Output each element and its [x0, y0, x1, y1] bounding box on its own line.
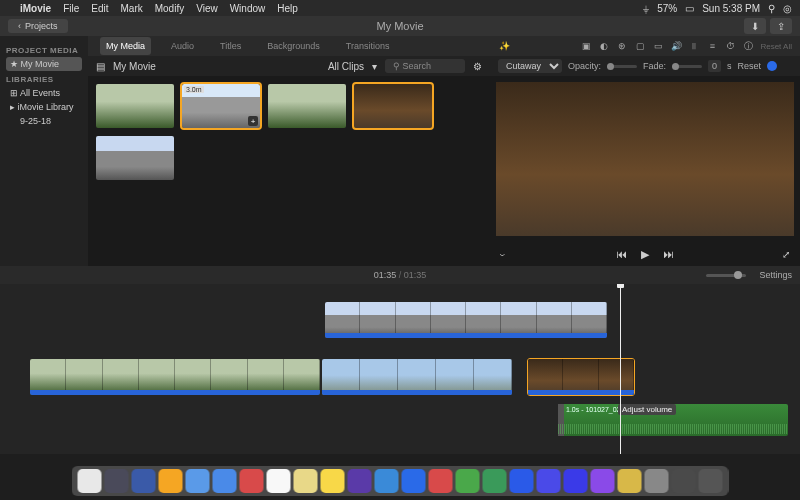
dock-app-icon[interactable] — [186, 469, 210, 493]
clock[interactable]: Sun 5:38 PM — [702, 3, 760, 14]
tab-audio[interactable]: Audio — [165, 37, 200, 55]
fade-slider[interactable] — [672, 65, 702, 68]
next-button[interactable]: ⏭ — [663, 248, 674, 260]
mic-icon[interactable]: ⏑ — [500, 249, 505, 260]
volume-icon[interactable]: 🔊 — [670, 40, 682, 52]
dock-app-icon[interactable] — [429, 469, 453, 493]
magic-wand-icon[interactable]: ✨ — [498, 40, 510, 52]
sidebar-project[interactable]: ★ My Movie — [6, 57, 82, 71]
chevron-left-icon: ‹ — [18, 21, 21, 31]
prev-button[interactable]: ⏮ — [616, 248, 627, 260]
list-icon[interactable]: ▤ — [96, 61, 105, 72]
eq-icon[interactable]: ≡ — [706, 40, 718, 52]
tab-my-media[interactable]: My Media — [100, 37, 151, 55]
app-name[interactable]: iMovie — [20, 3, 51, 14]
tab-backgrounds[interactable]: Backgrounds — [261, 37, 326, 55]
clips-filter[interactable]: All Clips — [328, 61, 364, 72]
timeline-clip-sky[interactable] — [322, 359, 512, 395]
dock-app-icon[interactable] — [645, 469, 669, 493]
overlay-icon[interactable]: ▣ — [580, 40, 592, 52]
sidebar-library[interactable]: ▸ iMovie Library — [6, 100, 82, 114]
siri-icon[interactable]: ◎ — [783, 3, 792, 14]
clip-thumb[interactable] — [354, 84, 432, 128]
noise-icon[interactable]: ⫴ — [688, 40, 700, 52]
back-label: Projects — [25, 21, 58, 31]
dock-app-icon[interactable] — [78, 469, 102, 493]
info-icon[interactable]: ⓘ — [742, 40, 754, 52]
fullscreen-icon[interactable]: ⤢ — [782, 249, 790, 260]
menu-view[interactable]: View — [196, 3, 218, 14]
dock-app-icon[interactable] — [402, 469, 426, 493]
dock-app-icon[interactable] — [456, 469, 480, 493]
overlay-mode-select[interactable]: Cutaway — [498, 59, 562, 73]
dock-app-icon[interactable] — [321, 469, 345, 493]
back-projects-button[interactable]: ‹ Projects — [8, 19, 68, 33]
preview-viewer[interactable] — [496, 82, 794, 236]
fade-value[interactable]: 0 — [708, 60, 721, 72]
dock-app-icon[interactable] — [564, 469, 588, 493]
dock-app-icon[interactable] — [672, 469, 696, 493]
clip-thumb-selected[interactable]: 3.0m + — [182, 84, 260, 128]
sidebar-all-events[interactable]: ⊞ All Events — [6, 86, 82, 100]
fade-label: Fade: — [643, 61, 666, 71]
battery-pct: 57% — [657, 3, 677, 14]
play-button[interactable]: ▶ — [641, 248, 649, 261]
reset-button[interactable]: Reset — [738, 61, 762, 71]
apply-icon[interactable] — [767, 61, 777, 71]
timeline-clip-valley[interactable] — [30, 359, 320, 395]
dock-app-icon[interactable] — [591, 469, 615, 493]
dock-app-icon[interactable] — [294, 469, 318, 493]
sidebar-event-date[interactable]: 9-25-18 — [6, 114, 82, 128]
tab-titles[interactable]: Titles — [214, 37, 247, 55]
clip-thumb[interactable] — [96, 136, 174, 180]
dock-app-icon[interactable] — [699, 469, 723, 493]
color-correct-icon[interactable]: ⊛ — [616, 40, 628, 52]
menu-modify[interactable]: Modify — [155, 3, 184, 14]
timeline-clip-cafe[interactable] — [528, 359, 634, 395]
stabilize-icon[interactable]: ▭ — [652, 40, 664, 52]
sidebar-heading-project: PROJECT MEDIA — [6, 46, 82, 55]
clip-thumb[interactable] — [96, 84, 174, 128]
clip-thumb[interactable] — [268, 84, 346, 128]
menu-edit[interactable]: Edit — [91, 3, 108, 14]
menu-mark[interactable]: Mark — [120, 3, 142, 14]
dock-app-icon[interactable] — [240, 469, 264, 493]
opacity-slider[interactable] — [607, 65, 637, 68]
dock-app-icon[interactable] — [483, 469, 507, 493]
search-icon[interactable]: ⚲ — [768, 3, 775, 14]
menu-help[interactable]: Help — [277, 3, 298, 14]
dock-app-icon[interactable] — [375, 469, 399, 493]
add-clip-icon[interactable]: + — [248, 116, 258, 126]
reset-all[interactable]: Reset All — [760, 42, 792, 51]
dock-app-icon[interactable] — [618, 469, 642, 493]
timeline-clip-overlay[interactable] — [325, 302, 607, 338]
dock-app-icon[interactable] — [537, 469, 561, 493]
dock-app-icon[interactable] — [267, 469, 291, 493]
dock-app-icon[interactable] — [510, 469, 534, 493]
dock-app-icon[interactable] — [159, 469, 183, 493]
wifi-icon[interactable]: ⏚ — [643, 3, 649, 14]
tab-transitions[interactable]: Transitions — [340, 37, 396, 55]
sidebar-all-label: All Events — [20, 88, 60, 98]
timeline-settings[interactable]: Settings — [759, 270, 792, 280]
download-icon: ⬇ — [751, 21, 759, 32]
dock-app-icon[interactable] — [105, 469, 129, 493]
settings-icon[interactable]: ⚙ — [473, 61, 482, 72]
timeline-audio-clip[interactable]: 1.0s - 101027_0251 Adjust volume — [558, 404, 788, 436]
dock — [72, 466, 729, 496]
opacity-label: Opacity: — [568, 61, 601, 71]
dock-app-icon[interactable] — [348, 469, 372, 493]
speed-icon[interactable]: ⏱ — [724, 40, 736, 52]
menu-window[interactable]: Window — [230, 3, 266, 14]
menu-file[interactable]: File — [63, 3, 79, 14]
timeline[interactable]: 1.0s - 101027_0251 Adjust volume — [0, 284, 800, 454]
playhead[interactable] — [620, 284, 621, 454]
crop-icon[interactable]: ▢ — [634, 40, 646, 52]
share-button[interactable]: ⇪ — [770, 18, 792, 34]
zoom-slider[interactable] — [706, 274, 746, 277]
search-input[interactable]: ⚲ Search — [385, 59, 465, 73]
dock-app-icon[interactable] — [213, 469, 237, 493]
color-balance-icon[interactable]: ◐ — [598, 40, 610, 52]
import-button[interactable]: ⬇ — [744, 18, 766, 34]
dock-app-icon[interactable] — [132, 469, 156, 493]
